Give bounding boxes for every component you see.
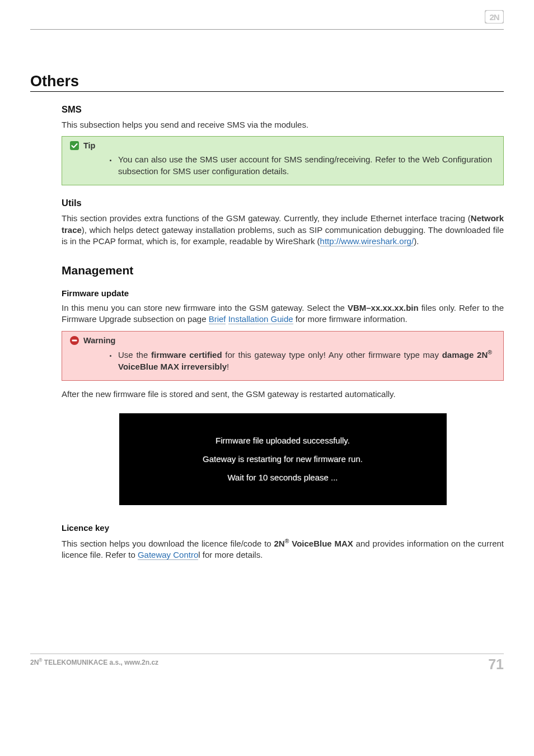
firmware-update-paragraph-1: In this menu you can store new firmware … xyxy=(62,302,504,325)
svg-rect-4 xyxy=(72,339,77,341)
svg-text:2N: 2N xyxy=(489,12,499,22)
page-title: Others xyxy=(30,73,504,92)
brief-guide-link-2[interactable]: Installation Guide xyxy=(228,314,293,324)
svg-rect-2 xyxy=(70,141,79,150)
warning-callout: Warning Use the firmware certified for t… xyxy=(62,331,504,381)
utils-paragraph: This section provides extra functions of… xyxy=(62,213,504,247)
brand-logo: 2N xyxy=(485,10,504,24)
footer-divider xyxy=(30,654,504,654)
firmware-update-heading: Firmware update xyxy=(62,288,504,298)
page-number: 71 xyxy=(488,657,504,671)
gateway-control-link[interactable]: Gateway Contro xyxy=(138,550,198,560)
sms-heading: SMS xyxy=(62,104,504,115)
warning-text: Use the firmware certified for this gate… xyxy=(117,348,495,372)
wireshark-link[interactable]: http://www.wireshark.org/ xyxy=(320,236,414,246)
tip-text: You can also use the SMS user account fo… xyxy=(117,153,495,177)
licence-key-heading: Licence key xyxy=(62,523,504,533)
dialog-line-3: Wait for 10 seconds please ... xyxy=(119,473,447,482)
dialog-line-1: Firmware file uploaded successfully. xyxy=(119,436,447,445)
sms-intro: This subsection helps you send and recei… xyxy=(62,119,504,130)
firmware-update-paragraph-2: After the new firmware file is stored an… xyxy=(62,389,504,400)
tip-callout: Tip You can also use the SMS user accoun… xyxy=(62,136,504,185)
licence-key-paragraph: This section helps you download the lice… xyxy=(62,537,504,561)
warning-label: Warning xyxy=(83,336,115,345)
check-icon xyxy=(70,141,79,150)
brief-guide-link-1[interactable]: Brief xyxy=(209,314,226,324)
minus-circle-icon xyxy=(70,336,79,345)
tip-label: Tip xyxy=(83,141,95,150)
header-divider xyxy=(30,29,504,30)
utils-heading: Utils xyxy=(62,198,504,208)
management-heading: Management xyxy=(62,264,504,277)
firmware-upload-dialog: Firmware file uploaded successfully. Gat… xyxy=(119,413,447,505)
footer-company: 2N® TELEKOMUNIKACE a.s., www.2n.cz xyxy=(30,657,158,666)
dialog-line-2: Gateway is restarting for new firmware r… xyxy=(119,454,447,464)
